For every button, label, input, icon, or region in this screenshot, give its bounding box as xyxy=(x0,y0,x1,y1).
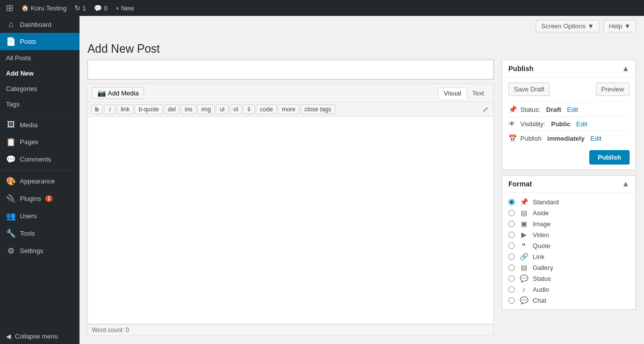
aside-icon: ▤ xyxy=(519,209,529,217)
collapse-menu-btn[interactable]: ◀ Collapse menu xyxy=(0,329,80,344)
format-radio-chat[interactable] xyxy=(508,297,515,304)
format-option-audio[interactable]: ♪ Audio xyxy=(508,285,630,293)
screen-options-btn[interactable]: Screen Options ▼ xyxy=(536,20,599,32)
del-btn[interactable]: del xyxy=(164,104,180,114)
sidebar-item-posts[interactable]: 📄 Posts xyxy=(0,33,80,50)
plugins-badge: 1 xyxy=(45,195,53,202)
comments-btn[interactable]: 💬 0 xyxy=(94,4,107,12)
word-count-bar: Word count: 0 xyxy=(87,324,494,336)
format-radio-image[interactable] xyxy=(508,221,515,227)
bold-btn[interactable]: b xyxy=(91,104,103,114)
right-column: Publish ▲ Save Draft Preview xyxy=(502,60,636,336)
visibility-edit-link[interactable]: Edit xyxy=(576,120,587,128)
format-option-link[interactable]: 🔗 Link xyxy=(508,253,630,260)
visual-tab[interactable]: Visual xyxy=(438,87,467,99)
format-radio-aside[interactable] xyxy=(508,210,515,216)
publish-time-label: Publish xyxy=(520,135,542,142)
format-option-standard[interactable]: 📌 Standard xyxy=(508,198,630,206)
publish-metabox-header[interactable]: Publish ▲ xyxy=(502,60,636,78)
format-radio-standard[interactable] xyxy=(508,199,515,205)
more-btn[interactable]: more xyxy=(278,104,299,114)
add-media-btn[interactable]: 📷 Add Media xyxy=(92,87,144,99)
status-label: Status: xyxy=(520,106,540,113)
sidebar-item-comments[interactable]: 💬 Comments xyxy=(0,151,80,168)
publish-btn[interactable]: Publish xyxy=(589,150,630,165)
sidebar-item-add-new[interactable]: Add New xyxy=(0,66,80,81)
new-content-btn[interactable]: + New xyxy=(116,4,134,12)
quote-icon: ❝ xyxy=(519,242,529,250)
sidebar-item-settings[interactable]: ⚙ Settings xyxy=(0,242,80,259)
code-btn[interactable]: code xyxy=(256,104,277,114)
ul-btn[interactable]: ul xyxy=(216,104,228,114)
sidebar-item-appearance[interactable]: 🎨 Appearance xyxy=(0,172,80,190)
comments-icon: 💬 xyxy=(94,4,102,12)
visual-text-tabs: Visual Text xyxy=(438,87,489,99)
visibility-label: Visibility: xyxy=(520,120,545,128)
main-layout: ⌂ Dashboard 📄 Posts All Posts Add New Ca… xyxy=(0,16,644,344)
sidebar-item-plugins[interactable]: 🔌 Plugins 1 xyxy=(0,190,80,207)
house-icon: 🏠 xyxy=(21,4,29,11)
sidebar-item-pages[interactable]: 📋 Pages xyxy=(0,133,80,151)
sidebar-item-users[interactable]: 👥 Users xyxy=(0,207,80,225)
help-chevron-icon: ▼ xyxy=(624,22,631,30)
publish-metabox-title: Publish xyxy=(508,65,534,73)
link-btn[interactable]: link xyxy=(117,104,134,114)
publish-time-value: immediately xyxy=(547,135,584,142)
sidebar-item-categories[interactable]: Categories xyxy=(0,81,80,96)
video-icon: ▶ xyxy=(519,231,529,239)
format-toggle-btn[interactable]: ▲ xyxy=(622,179,630,188)
editor-body[interactable] xyxy=(87,116,494,324)
bquote-btn[interactable]: b-quote xyxy=(135,104,163,114)
format-radio-gallery[interactable] xyxy=(508,264,515,271)
format-radio-status[interactable] xyxy=(508,275,515,282)
format-radio-link[interactable] xyxy=(508,254,515,260)
format-metabox-header[interactable]: Format ▲ xyxy=(502,175,636,193)
site-name[interactable]: 🏠 Koru Testing xyxy=(21,4,67,12)
format-option-status[interactable]: 💬 Status xyxy=(508,274,630,282)
admin-bar: ⊞ 🏠 Koru Testing ↻ 1 💬 0 + New xyxy=(0,0,644,16)
italic-btn[interactable]: i xyxy=(104,104,116,114)
format-option-video[interactable]: ▶ Video xyxy=(508,231,630,239)
img-btn[interactable]: img xyxy=(197,104,215,114)
chat-icon: 💬 xyxy=(519,296,529,304)
ins-btn[interactable]: ins xyxy=(181,104,196,114)
format-option-aside[interactable]: ▤ Aside xyxy=(508,209,630,217)
format-radio-audio[interactable] xyxy=(508,286,515,293)
li-btn[interactable]: li xyxy=(243,104,255,114)
sidebar-item-dashboard[interactable]: ⌂ Dashboard xyxy=(0,16,80,33)
help-btn[interactable]: Help ▼ xyxy=(603,20,636,32)
status-row: 📌 Status: Draft Edit xyxy=(508,102,630,116)
format-metabox: Format ▲ 📌 Standard ▤ xyxy=(502,175,636,310)
status-edit-link[interactable]: Edit xyxy=(567,106,578,113)
sidebar-item-tags[interactable]: Tags xyxy=(0,96,80,112)
save-draft-btn[interactable]: Save Draft xyxy=(508,83,550,96)
link-format-icon: 🔗 xyxy=(519,253,529,260)
users-icon: 👥 xyxy=(6,211,16,221)
text-tab[interactable]: Text xyxy=(467,87,489,99)
expand-editor-btn[interactable]: ⤢ xyxy=(481,104,490,114)
sidebar-item-tools[interactable]: 🔧 Tools xyxy=(0,225,80,242)
ol-btn[interactable]: ol xyxy=(230,104,242,114)
format-option-image[interactable]: ▣ Image xyxy=(508,220,630,228)
publish-toggle-btn[interactable]: ▲ xyxy=(622,64,630,73)
format-option-gallery[interactable]: ▤ Gallery xyxy=(508,263,630,271)
preview-btn[interactable]: Preview xyxy=(596,83,630,96)
editor-column: 📷 Add Media Visual Text b xyxy=(87,60,494,336)
media-icon: 🖼 xyxy=(6,120,16,129)
sidebar-item-all-posts[interactable]: All Posts xyxy=(0,50,80,66)
format-option-quote[interactable]: ❝ Quote xyxy=(508,242,630,250)
format-radio-video[interactable] xyxy=(508,232,515,238)
publish-time-edit-link[interactable]: Edit xyxy=(590,135,601,142)
wp-logo-icon[interactable]: ⊞ xyxy=(6,2,13,13)
status-format-icon: 💬 xyxy=(519,274,529,282)
close-tags-btn[interactable]: close tags xyxy=(300,104,335,114)
comments-nav-icon: 💬 xyxy=(6,155,16,164)
post-title-input[interactable] xyxy=(87,60,494,80)
sidebar-item-media[interactable]: 🖼 Media xyxy=(0,116,80,133)
standard-icon: 📌 xyxy=(519,198,529,206)
divider-2 xyxy=(0,170,80,171)
publish-btn-row: Publish xyxy=(508,145,630,165)
format-option-chat[interactable]: 💬 Chat xyxy=(508,296,630,304)
format-radio-quote[interactable] xyxy=(508,243,515,249)
updates-btn[interactable]: ↻ 1 xyxy=(75,4,86,12)
